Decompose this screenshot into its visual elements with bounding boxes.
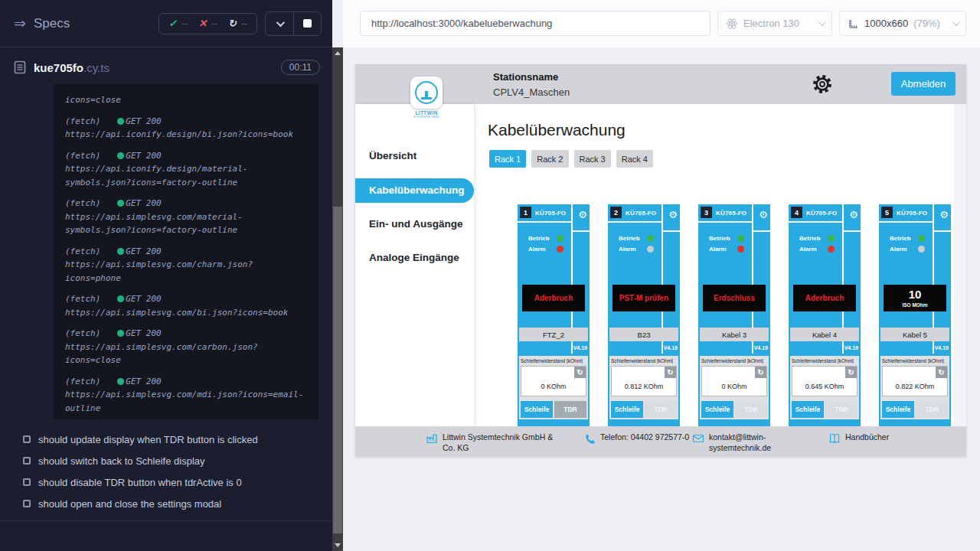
refresh-icon[interactable]: ↻ — [574, 367, 586, 378]
device-card-1: 1 KÜ705-FO ⚙ Betrieb Alarm Aderbruch FTZ… — [518, 204, 590, 426]
footer-email[interactable]: kontakt@littwin-systemtechnik.de — [692, 432, 782, 453]
betrieb-led — [828, 235, 835, 242]
stat-pending: ↻-- — [228, 18, 247, 29]
refresh-icon[interactable]: ↻ — [845, 367, 857, 378]
status-display: Erdschluss — [703, 285, 766, 311]
firmware-version: V4.19 — [754, 345, 768, 350]
test-item[interactable]: should update display when TDR button is… — [23, 429, 332, 450]
pending-icon: ↻ — [228, 18, 237, 28]
slot-number: 5 — [881, 207, 893, 218]
tdr-button[interactable]: TDR — [554, 401, 586, 418]
refresh-icon[interactable]: ↻ — [936, 367, 947, 378]
test-list: should update display when TDR button is… — [0, 419, 332, 514]
test-item[interactable]: should switch back to Schleife display — [23, 450, 332, 471]
logout-button[interactable]: Abmelden — [891, 72, 956, 96]
cable-name: B23 — [609, 328, 678, 341]
card-settings-icon[interactable]: ⚙ — [759, 210, 768, 220]
nav-ein-und-ausgaenge[interactable]: Ein- und Ausgänge — [355, 218, 463, 230]
rack-tabs: Rack 1 Rack 2 Rack 3 Rack 4 — [489, 150, 653, 168]
refresh-icon[interactable]: ↻ — [665, 367, 676, 378]
runner-header: ⇒ Specs ✓-- ✕-- ↻-- — [0, 0, 332, 47]
schleife-button[interactable]: Schleife — [792, 401, 824, 418]
viewport-size-select[interactable]: 1000x660 (79%) — [839, 11, 966, 36]
scroll-up-icon[interactable] — [335, 51, 341, 55]
slot-number: 3 — [701, 207, 712, 218]
refresh-icon[interactable]: ↻ — [755, 367, 766, 378]
alarm-led — [918, 246, 925, 253]
tdr-button[interactable]: TDR — [825, 401, 858, 418]
cable-name: Kabel 3 — [700, 328, 769, 341]
file-icon — [14, 60, 26, 74]
cable-name: FTZ_2 — [519, 328, 588, 341]
measurement-box: ↻ 0 KOhm — [701, 366, 767, 396]
card-settings-icon[interactable]: ⚙ — [668, 210, 678, 220]
tdr-button[interactable]: TDR — [916, 401, 948, 418]
card-settings-icon[interactable]: ⚙ — [939, 210, 949, 220]
stop-button[interactable] — [293, 12, 321, 35]
browser-select[interactable]: Electron 130 — [717, 11, 832, 36]
log-entry: (fetch)GET 200 https://api.simplesvg.com… — [65, 292, 307, 319]
app-header: LITTWIN SYSTEMTECHNIK Stationsname CPLV4… — [355, 64, 966, 104]
tab-rack-4[interactable]: Rack 4 — [616, 150, 653, 168]
measurement-box: ↻ 0 KOhm — [521, 366, 586, 396]
tab-rack-2[interactable]: Rack 2 — [531, 150, 568, 168]
spec-file-row[interactable]: kue705fo.cy.ts 00:11 — [0, 47, 332, 84]
status-ok-dot — [117, 330, 124, 337]
log-entry: icons=close — [65, 93, 307, 107]
firmware-version: V4.19 — [664, 345, 678, 350]
command-log: icons=close (fetch)GET 200 https://api.i… — [54, 84, 318, 419]
nav-uebersicht[interactable]: Übersicht — [355, 150, 416, 161]
test-item[interactable]: should open and close the settings modal — [23, 493, 332, 514]
factory-icon — [426, 432, 438, 445]
collapse-button[interactable] — [266, 12, 293, 35]
alarm-led — [828, 246, 835, 253]
measurement-panel: Schleifenwiderstand [kOhm] ↻ 0.645 KOhm … — [790, 356, 859, 426]
test-item[interactable]: should disable TDR button when tdrActive… — [23, 471, 332, 493]
schleife-button[interactable]: Schleife — [882, 401, 914, 418]
stop-icon — [303, 19, 312, 28]
log-entry: (fetch)GET 200 https://api.iconify.desig… — [65, 115, 307, 142]
measurement-panel: Schleifenwiderstand [kOhm] ↻ 0 KOhm Schl… — [700, 356, 769, 426]
tdr-button[interactable]: TDR — [645, 401, 677, 418]
runner-scrollbar[interactable] — [332, 47, 343, 551]
spec-duration-badge: 00:11 — [281, 60, 320, 75]
address-bar[interactable] — [360, 11, 710, 36]
device-card-5: 5 KÜ705-FO ⚙ Betrieb Alarm 10 ISO MOhm K… — [879, 204, 951, 426]
slot-number: 2 — [610, 207, 622, 218]
test-stats[interactable]: ✓-- ✕-- ↻-- — [158, 13, 257, 34]
measurement-value: 0.645 KOhm — [792, 383, 857, 390]
settings-gear-icon[interactable] — [812, 73, 833, 95]
card-footer-bar — [790, 419, 859, 426]
slot-number: 4 — [791, 207, 802, 218]
app-sidebar: Übersicht Kabelüberwachung Ein- und Ausg… — [355, 104, 474, 426]
footer-phone: Telefon: 04402 972577-0 — [583, 432, 691, 445]
card-settings-icon[interactable]: ⚙ — [849, 210, 858, 220]
card-footer-bar — [609, 419, 678, 426]
firmware-version: V4.19 — [844, 345, 858, 350]
card-settings-icon[interactable]: ⚙ — [578, 210, 587, 220]
tab-rack-1[interactable]: Rack 1 — [489, 150, 526, 168]
nav-kabelueberwachung[interactable]: Kabelüberwachung — [355, 178, 474, 203]
viewport-size: 1000x660 — [864, 18, 908, 29]
tab-rack-3[interactable]: Rack 3 — [574, 150, 611, 168]
schleife-button[interactable]: Schleife — [611, 401, 643, 418]
specs-menu-icon[interactable]: ⇒ — [14, 16, 26, 31]
app-scrollbar[interactable] — [954, 104, 966, 426]
schleife-button[interactable]: Schleife — [701, 401, 733, 418]
scrollbar-thumb[interactable] — [333, 207, 342, 533]
nav-analoge-eingaenge[interactable]: Analoge Eingänge — [355, 252, 459, 263]
station-label: Stationsname — [493, 71, 570, 83]
status-ok-dot — [117, 152, 124, 159]
test-pending-icon — [23, 500, 31, 507]
footer-handbooks[interactable]: Handbücher — [828, 432, 889, 445]
schleife-button[interactable]: Schleife — [521, 401, 553, 418]
footer-company: Littwin Systemtechnik GmbH & Co. KG — [426, 432, 559, 453]
test-pending-icon — [23, 435, 31, 443]
app-viewport: LITTWIN SYSTEMTECHNIK Stationsname CPLV4… — [355, 64, 966, 457]
browser-bar: Electron 130 1000x660 (79%) — [343, 0, 980, 47]
station-name: CPLV4_Maschen — [493, 86, 570, 98]
runner-controls — [265, 11, 322, 36]
station-info: Stationsname CPLV4_Maschen — [493, 71, 570, 98]
scroll-down-icon[interactable] — [335, 543, 341, 547]
tdr-button[interactable]: TDR — [735, 401, 767, 418]
